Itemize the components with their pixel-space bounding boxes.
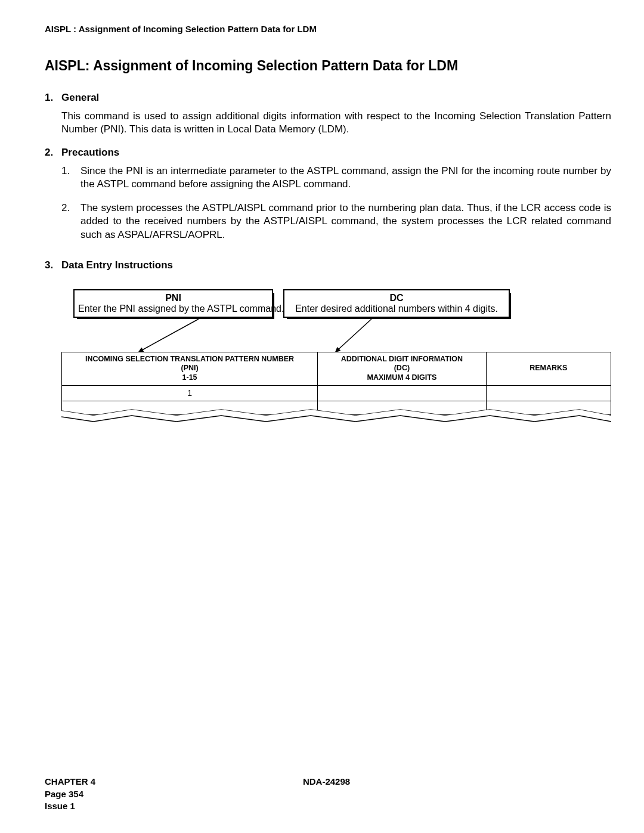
section-num: 1.: [45, 92, 61, 104]
diagram: PNI Enter the PNI assigned by the ASTPL …: [61, 289, 611, 444]
footer-issue: Issue 1: [45, 800, 95, 812]
page-header: AISPL : Assignment of Incoming Selection…: [45, 24, 611, 34]
footer-left: CHAPTER 4 Page 354 Issue 1: [45, 776, 95, 812]
callout-sub: Enter desired additional numbers within …: [288, 304, 505, 314]
section-label: Data Entry Instructions: [61, 259, 173, 271]
data-table: INCOMING SELECTION TRANSLATION PATTERN N…: [61, 352, 611, 415]
callout-sub: Enter the PNI assigned by the ASTPL comm…: [78, 304, 268, 314]
section-general-head: 1. General: [45, 92, 611, 104]
callout-title: PNI: [78, 293, 268, 304]
section-data-entry-head: 3. Data Entry Instructions: [45, 259, 611, 271]
list-body: Since the PNI is an intermediate paramet…: [80, 165, 611, 191]
precaution-item: 2. The system processes the ASTPL/AISPL …: [61, 202, 611, 241]
table-row: 1: [62, 385, 611, 401]
cell-dc: [318, 385, 487, 401]
torn-edge: [61, 407, 611, 423]
cell-remarks: [486, 385, 611, 401]
header-pni: INCOMING SELECTION TRANSLATION PATTERN N…: [62, 352, 318, 385]
precaution-item: 1. Since the PNI is an intermediate para…: [61, 165, 611, 191]
section-general-body: This command is used to assign additiona…: [61, 110, 611, 136]
section-label: General: [61, 92, 99, 104]
callout-title: DC: [288, 293, 505, 304]
callout-dc: DC Enter desired additional numbers with…: [283, 289, 510, 318]
page-title: AISPL: Assignment of Incoming Selection …: [45, 58, 611, 74]
table-header-row: INCOMING SELECTION TRANSLATION PATTERN N…: [62, 352, 611, 385]
document-page: AISPL : Assignment of Incoming Selection…: [0, 0, 644, 833]
section-label: Precautions: [61, 147, 119, 159]
header-remarks: REMARKS: [486, 352, 611, 385]
section-num: 2.: [45, 147, 61, 159]
list-num: 1.: [61, 165, 80, 191]
header-dc: ADDITIONAL DIGIT INFORMATION (DC) MAXIMU…: [318, 352, 487, 385]
list-body: The system processes the ASTPL/AISPL com…: [80, 202, 611, 241]
list-num: 2.: [61, 202, 80, 241]
footer-chapter: CHAPTER 4: [45, 776, 95, 788]
svg-line-1: [139, 319, 199, 352]
callout-pni: PNI Enter the PNI assigned by the ASTPL …: [73, 289, 273, 318]
page-footer: CHAPTER 4 Page 354 Issue 1 NDA-24298: [45, 776, 608, 812]
cell-pni: 1: [62, 385, 318, 401]
svg-line-2: [336, 319, 371, 352]
footer-doc: NDA-24298: [303, 776, 350, 788]
section-num: 3.: [45, 259, 61, 271]
section-precautions-head: 2. Precautions: [45, 147, 611, 159]
footer-page: Page 354: [45, 788, 95, 800]
